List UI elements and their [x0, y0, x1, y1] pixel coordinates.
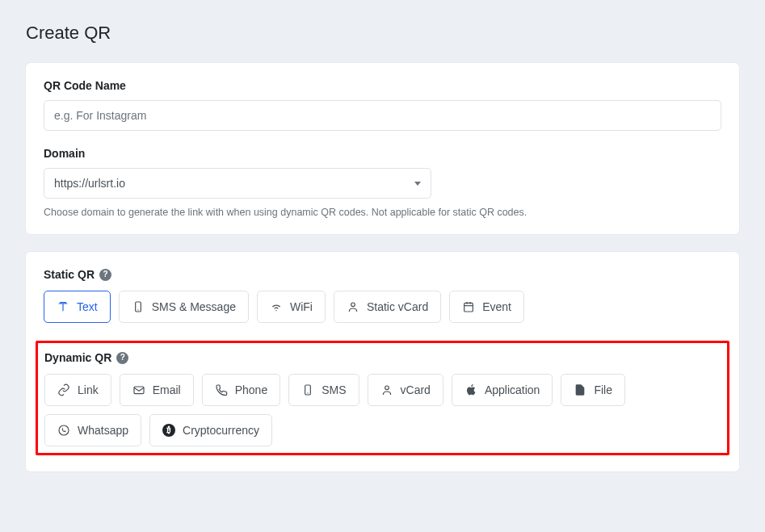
- static-text-button[interactable]: Text: [44, 291, 111, 323]
- domain-label: Domain: [44, 147, 721, 160]
- dynamic-vcard-label: vCard: [401, 383, 431, 396]
- wifi-icon: [270, 300, 283, 313]
- svg-point-12: [59, 425, 69, 435]
- help-icon[interactable]: ?: [116, 352, 128, 364]
- user-icon: [380, 383, 393, 396]
- smartphone-icon: [301, 383, 314, 396]
- file-icon: [574, 383, 586, 396]
- domain-value: https://urlsrt.io: [54, 177, 414, 190]
- dynamic-application-label: Application: [485, 383, 540, 396]
- svg-point-3: [351, 303, 355, 307]
- svg-rect-4: [464, 303, 473, 312]
- apple-icon: [464, 383, 477, 396]
- qr-name-input[interactable]: [44, 100, 721, 131]
- mail-icon: [132, 383, 145, 396]
- link-icon: [57, 383, 70, 396]
- domain-help-text: Choose domain to generate the link with …: [44, 207, 721, 218]
- dynamic-qr-buttons: Link Email Phone SMS vCard: [44, 374, 721, 446]
- dynamic-email-button[interactable]: Email: [120, 374, 194, 406]
- static-sms-label: SMS & Message: [152, 300, 236, 313]
- dynamic-phone-label: Phone: [235, 383, 267, 396]
- static-qr-heading: Static QR ?: [44, 268, 721, 281]
- crypto-icon: ₿: [162, 424, 175, 437]
- static-vcard-label: Static vCard: [367, 300, 428, 313]
- dynamic-crypto-label: Cryptocurrency: [183, 424, 259, 437]
- svg-point-2: [275, 310, 276, 311]
- static-text-label: Text: [77, 300, 98, 313]
- text-icon: [57, 300, 69, 313]
- static-vcard-button[interactable]: Static vCard: [334, 291, 441, 323]
- dynamic-qr-highlight: Dynamic QR ? Link Email Phone: [36, 341, 729, 455]
- static-wifi-button[interactable]: WiFi: [257, 291, 326, 323]
- qr-types-card: Static QR ? Text SMS & Message WiFi Stat…: [26, 252, 739, 471]
- domain-select[interactable]: https://urlsrt.io: [44, 168, 431, 199]
- dynamic-sms-label: SMS: [322, 383, 346, 396]
- svg-rect-8: [134, 387, 144, 394]
- dynamic-qr-heading-text: Dynamic QR: [44, 351, 111, 364]
- static-qr-heading-text: Static QR: [44, 268, 95, 281]
- user-icon: [347, 300, 359, 313]
- qr-settings-card: QR Code Name Domain https://urlsrt.io Ch…: [26, 63, 739, 234]
- qr-name-label: QR Code Name: [44, 79, 721, 92]
- dynamic-link-button[interactable]: Link: [44, 374, 111, 406]
- dynamic-file-label: File: [594, 383, 612, 396]
- phone-icon: [215, 383, 228, 396]
- page-title: Create QR: [26, 0, 739, 63]
- dynamic-file-button[interactable]: File: [561, 374, 625, 406]
- dynamic-whatsapp-label: Whatsapp: [78, 424, 128, 437]
- dynamic-qr-heading: Dynamic QR ?: [44, 351, 721, 364]
- dynamic-whatsapp-button[interactable]: Whatsapp: [44, 414, 141, 446]
- static-sms-button[interactable]: SMS & Message: [119, 291, 249, 323]
- svg-point-11: [385, 386, 389, 390]
- static-event-button[interactable]: Event: [449, 291, 524, 323]
- static-wifi-label: WiFi: [290, 300, 313, 313]
- chevron-down-icon: [414, 182, 421, 186]
- help-icon[interactable]: ?: [99, 269, 111, 281]
- dynamic-sms-button[interactable]: SMS: [288, 374, 359, 406]
- calendar-icon: [462, 300, 475, 313]
- static-event-label: Event: [482, 300, 511, 313]
- dynamic-phone-button[interactable]: Phone: [202, 374, 280, 406]
- dynamic-crypto-button[interactable]: ₿ Cryptocurrency: [149, 414, 272, 446]
- dynamic-vcard-button[interactable]: vCard: [368, 374, 443, 406]
- static-qr-buttons: Text SMS & Message WiFi Static vCard Eve…: [44, 291, 721, 323]
- dynamic-email-label: Email: [153, 383, 181, 396]
- dynamic-link-label: Link: [78, 383, 99, 396]
- smartphone-icon: [132, 300, 145, 313]
- dynamic-application-button[interactable]: Application: [452, 374, 553, 406]
- whatsapp-icon: [57, 424, 70, 437]
